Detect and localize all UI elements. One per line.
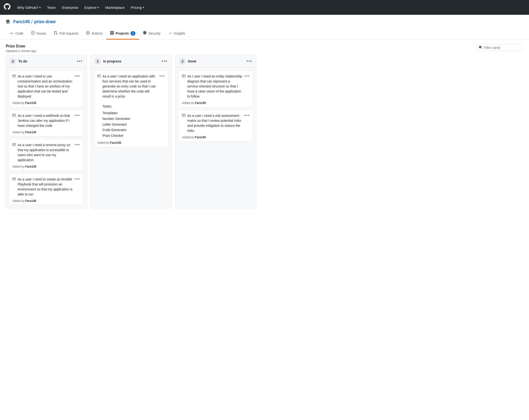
tab-insights[interactable]: Insights: [164, 28, 189, 40]
tab-projects[interactable]: Projects 1: [106, 28, 139, 40]
tab-actions[interactable]: Actions: [82, 28, 106, 40]
note-icon: [13, 114, 16, 118]
card-body: As a user I need to use containerisation…: [18, 74, 73, 99]
card-added-by: Added by Faro145: [13, 165, 80, 168]
nav-enterprise[interactable]: Enterprise: [61, 4, 79, 11]
column-header-inprogress: 1 In progress •••: [91, 55, 171, 68]
tab-code[interactable]: <> Code: [6, 28, 27, 39]
column-count: 1: [95, 58, 101, 64]
filter-cards-input[interactable]: [484, 46, 517, 50]
breadcrumb-repo[interactable]: prize-draw: [34, 19, 55, 24]
nav-why-github[interactable]: Why GitHub? ▾: [16, 4, 42, 11]
note-icon: [182, 74, 185, 78]
column-title-group: 1 In progress: [95, 58, 121, 64]
note-icon: [13, 74, 16, 78]
kanban-board: 4 To do ••• As a user I need to use cont…: [0, 55, 529, 214]
card-menu-button[interactable]: •••: [75, 113, 80, 118]
breadcrumb-owner[interactable]: Faro145: [13, 19, 30, 24]
column-count: 4: [10, 58, 16, 64]
card-menu-button[interactable]: •••: [75, 177, 80, 181]
cards-list-inprogress: As a user I need an application with fou…: [91, 68, 171, 150]
column-menu-button[interactable]: •••: [77, 59, 83, 64]
project-updated: Updated 1 minute ago: [6, 49, 36, 53]
column-header-done: 2 Done •••: [176, 55, 256, 68]
card-menu-button[interactable]: •••: [159, 74, 165, 78]
card-card2: As a user I need a webhook so that Jenki…: [9, 110, 84, 136]
column-count: 2: [179, 58, 186, 64]
column-header-todo: 4 To do •••: [6, 55, 87, 68]
card-added-by: Added by Faro145: [13, 131, 80, 134]
cards-list-done: As I user I need an entity relationship …: [176, 68, 256, 144]
column-title-group: 2 Done: [179, 58, 196, 64]
projects-badge: 1: [131, 31, 136, 36]
card-added-user: Faro145: [25, 131, 36, 134]
repo-icon: [6, 19, 11, 24]
column-menu-button[interactable]: •••: [161, 59, 168, 64]
breadcrumb: Faro145 / prize-draw: [0, 15, 529, 25]
svg-rect-4: [110, 31, 112, 33]
nav-pricing[interactable]: Pricing ▾: [130, 4, 145, 11]
actions-icon: [86, 31, 90, 36]
nav-explore[interactable]: Explore ▾: [83, 4, 100, 11]
column-name: Done: [188, 59, 196, 63]
card-added-by: Added by Faro145: [13, 101, 80, 105]
tabs-bar: <> Code Issues Pull requests Actions Pro…: [0, 28, 529, 40]
breadcrumb-separator: /: [31, 19, 33, 25]
card-body: As a user I need a webhook so that Jenki…: [18, 113, 73, 128]
column-name: To do: [18, 59, 27, 63]
column-inprogress: 1 In progress ••• As a user I need an ap…: [91, 55, 172, 208]
svg-marker-3: [87, 32, 89, 34]
card-card6: As I user I need an entity relationship …: [178, 70, 253, 107]
column-todo: 4 To do ••• As a user I need to use cont…: [6, 55, 87, 208]
column-menu-button[interactable]: •••: [246, 59, 252, 64]
code-icon: <>: [10, 31, 14, 35]
cards-list-todo: As a user I need to use containerisation…: [6, 68, 87, 208]
projects-header: Prize Draw Updated 1 minute ago: [0, 40, 529, 55]
card-added-user: Faro145: [25, 165, 36, 168]
card-body: As a user I need a reverse proxy so that…: [18, 143, 73, 163]
security-icon: [143, 31, 147, 36]
card-card5: As a user I need an application with fou…: [94, 70, 169, 147]
card-added-by: Added by Faro145: [182, 136, 250, 139]
svg-rect-7: [112, 33, 114, 35]
card-menu-button[interactable]: •••: [75, 74, 80, 78]
note-icon: [97, 74, 101, 78]
projects-icon: [110, 31, 114, 36]
issue-icon: [31, 31, 35, 36]
column-title-group: 4 To do: [10, 58, 27, 64]
github-logo[interactable]: [4, 3, 11, 12]
tab-security[interactable]: Security: [139, 28, 164, 40]
card-added-user: Faro145: [25, 199, 36, 203]
card-menu-button[interactable]: •••: [244, 113, 250, 118]
svg-rect-5: [112, 31, 114, 33]
filter-cards-wrap[interactable]: [476, 44, 523, 51]
nav-team[interactable]: Team: [46, 4, 57, 11]
card-menu-button[interactable]: •••: [244, 74, 250, 78]
chevron-down-icon: ▾: [97, 6, 99, 9]
column-name: In progress: [103, 59, 121, 63]
nav-marketplace[interactable]: Marketplace: [104, 4, 126, 11]
project-title: Prize Draw: [6, 44, 36, 48]
card-card1: As a user I need to use containerisation…: [9, 70, 84, 107]
card-added-by: Added by Faro145: [13, 199, 80, 203]
pull-request-icon: [54, 31, 57, 36]
project-info: Prize Draw Updated 1 minute ago: [6, 44, 36, 53]
card-card3: As a user I need a reverse proxy so that…: [9, 139, 84, 171]
svg-rect-6: [110, 33, 112, 35]
search-icon: [479, 45, 482, 50]
card-added-user: Faro145: [25, 101, 36, 105]
tab-issues[interactable]: Issues: [27, 28, 50, 40]
note-icon: [13, 143, 16, 147]
card-body: As a user I need to create an Ansible Pl…: [18, 177, 73, 197]
card-menu-button[interactable]: •••: [75, 143, 80, 147]
tab-pull-requests[interactable]: Pull requests: [50, 28, 82, 40]
card-added-user: Faro145: [110, 141, 121, 144]
note-icon: [13, 177, 16, 181]
svg-point-1: [32, 32, 33, 33]
card-added-by: Added by Faro145: [97, 141, 165, 144]
card-card7: As a user I need a risk assessment matri…: [178, 110, 253, 142]
nav-bar: Why GitHub? ▾ Team Enterprise Explore ▾ …: [0, 0, 529, 15]
card-added-user: Faro145: [195, 136, 206, 139]
card-body: As a user I need a risk assessment matri…: [187, 113, 242, 133]
column-done: 2 Done ••• As I user I need an entity re…: [175, 55, 256, 208]
